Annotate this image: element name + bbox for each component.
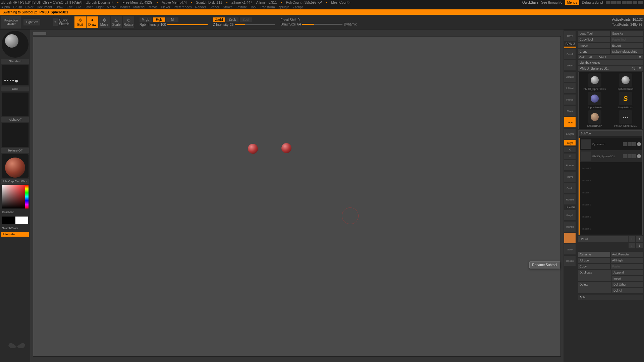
ghost-button[interactable] [564,233,576,243]
goz-all-button[interactable]: All [588,55,598,59]
subtool-mode-icon[interactable] [632,154,636,158]
window-icon[interactable] [616,1,621,4]
goz-r-button[interactable]: R [637,55,643,59]
material-selector[interactable] [2,154,29,178]
mesh-sphere[interactable] [248,144,258,154]
menu-brush[interactable]: Brush [13,5,22,9]
subtool-mode-icon[interactable] [628,142,632,146]
menu-material[interactable]: Material [133,5,146,9]
duplicate-button[interactable]: Duplicate [578,270,611,281]
transp-button[interactable]: Transp [564,222,576,232]
subtool-header[interactable]: SubTool [579,131,642,136]
delete-button[interactable]: Delete [578,282,611,293]
zsub-button[interactable]: Zsub [226,17,238,22]
window-icon[interactable] [606,1,610,4]
export-button[interactable]: Export [611,43,643,48]
default-zscript[interactable]: DefaultZScript [582,1,603,4]
aahalf-button[interactable]: AAHalf [564,83,576,93]
alternate-button[interactable]: Alternate [1,232,29,237]
primary-color-swatch[interactable] [15,217,28,224]
paste-subtool-button[interactable]: Paste [611,264,643,269]
mesh-sphere[interactable] [281,143,291,153]
polyf-button[interactable]: PolyF [564,210,576,220]
menu-preferences[interactable]: Preferences [174,5,192,9]
clone-button[interactable]: Clone [578,49,610,54]
edit-mode-button[interactable]: ✥Edit [74,16,86,28]
visibility-icon[interactable] [637,142,641,146]
subtool-mode-icon[interactable] [623,154,627,158]
tool-item[interactable]: PM3D_Sphere3D1 [580,73,609,90]
menu-transform[interactable]: Transform [260,5,275,9]
draw-size-slider[interactable] [302,24,342,25]
move-down-button[interactable]: ↓ [629,243,635,248]
quick-sketch-button[interactable]: ✎ Quick Sketch [53,18,73,26]
frame-button[interactable]: Frame [564,160,576,170]
all-low-button[interactable]: All Low [578,258,610,263]
rename-button[interactable]: Rename [578,252,610,257]
tool-item[interactable]: AlphaBrush [580,92,609,109]
rgb-intensity-slider[interactable] [167,24,208,25]
move-bottom-button[interactable]: ⤓ [636,243,643,248]
menu-document[interactable]: Document [37,5,52,9]
menu-texture[interactable]: Texture [236,5,247,9]
bpr-button[interactable]: BPR [564,31,576,41]
copy-tool-button[interactable]: Copy Tool [578,37,610,42]
m-button[interactable]: M [166,17,178,22]
menu-macro[interactable]: Macro [107,5,116,9]
z-intensity-slider[interactable] [235,24,275,25]
copy-subtool-button[interactable]: Copy [578,264,610,269]
scroll-button[interactable]: Scroll [564,49,576,59]
spix-slider[interactable]: SPix 3 [564,42,576,48]
insert-button[interactable]: Insert [612,276,643,281]
move-mode-button[interactable]: ✥Move [99,16,110,28]
window-icon[interactable] [611,1,616,4]
subtool-item[interactable]: PM3D_Sphere3D1 [580,150,642,162]
hue-slider[interactable] [25,185,29,208]
solo-button[interactable]: Solo [564,244,576,254]
seethrough-slider[interactable]: See-through 0 [541,1,562,4]
move-top-button[interactable]: ⤒ [636,236,643,242]
goz-button[interactable]: GoZ [578,55,588,59]
viewport[interactable] [33,36,561,357]
subtool-item[interactable]: Dynamesh [580,138,642,150]
menu-zscript[interactable]: Zscript [292,5,303,9]
scale-nav-button[interactable]: Scale [564,183,576,193]
actual-button[interactable]: Actual [564,72,576,82]
window-icon[interactable] [622,1,627,4]
color-picker[interactable] [2,185,29,208]
gxyz-button[interactable]: Gxyz [564,140,576,145]
menu-stencil[interactable]: Stencil [209,5,219,9]
gradient-toggle[interactable]: Gradient [1,210,29,215]
visibility-icon[interactable] [637,154,641,158]
secondary-color-swatch[interactable] [2,217,15,224]
menu-marker[interactable]: Marker [119,5,130,9]
goz-visible-button[interactable]: Visible [598,55,637,59]
persp-button[interactable]: Persp [564,95,576,105]
menu-movie[interactable]: Movie [149,5,158,9]
menu-alpha[interactable]: Alpha [1,5,10,9]
all-high-button[interactable]: All High [611,258,643,263]
menu-render[interactable]: Render [195,5,206,9]
menu-tool[interactable]: Tool [250,5,256,9]
menu-file[interactable]: File [76,5,81,9]
menu-zplugin[interactable]: Zplugin [278,5,289,9]
menu-layer[interactable]: Layer [85,5,93,9]
menu-light[interactable]: Light [96,5,104,9]
autoreorder-button[interactable]: AutoReorder [611,252,643,257]
scale-mode-button[interactable]: ⇲Scale [111,16,122,28]
subtool-mode-icon[interactable] [628,154,632,158]
move-nav-button[interactable]: Move [564,172,576,182]
tool-item[interactable]: SimpleBrush [611,92,640,109]
del-other-button[interactable]: Del Other [612,282,643,287]
texture-selector[interactable] [2,123,29,147]
make-polymesh-button[interactable]: Make PolyMesh3D [611,49,643,54]
projection-master-button[interactable]: Projection Master [1,16,21,28]
dynamic-label[interactable]: Dynamic [344,22,357,26]
stroke-selector[interactable] [2,65,29,85]
subtool-mode-icon[interactable] [623,142,627,146]
load-tool-button[interactable]: Load Tool [578,31,610,36]
xpose-button[interactable]: Xpose [564,256,576,266]
switchcolor-button[interactable]: SwitchColor [1,226,29,231]
del-all-button[interactable]: Del All [612,288,643,293]
maximize-icon[interactable] [633,1,637,4]
